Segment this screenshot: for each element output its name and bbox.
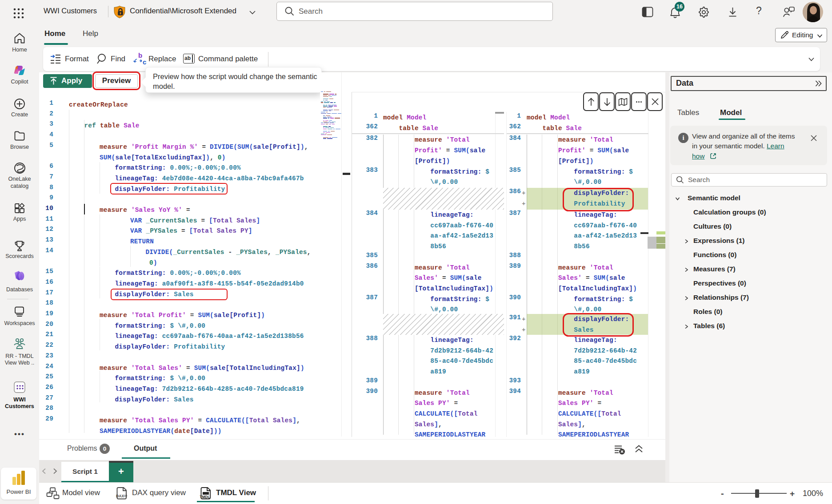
svg-text:DAX: DAX <box>116 494 124 498</box>
svg-text:c: c <box>143 58 146 66</box>
svg-text:TMDL: TMDL <box>200 495 210 499</box>
svg-text:b: b <box>138 52 142 59</box>
